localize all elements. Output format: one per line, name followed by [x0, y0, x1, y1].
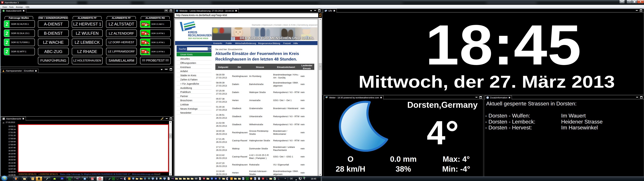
svg-text:C: C — [3, 10, 4, 12]
svg-text:X: X — [274, 178, 275, 180]
svg-text:A: A — [168, 178, 169, 180]
svg-text:B: B — [113, 178, 114, 180]
svg-text:I: I — [78, 178, 78, 180]
svg-text:I: I — [122, 178, 122, 180]
svg-text:B: B — [247, 178, 248, 180]
svg-text:M: M — [99, 178, 101, 180]
svg-text:A: A — [200, 178, 200, 180]
svg-text:W: W — [254, 178, 256, 180]
svg-text:W: W — [242, 178, 244, 180]
svg-text:I: I — [173, 178, 174, 180]
svg-text:B: B — [69, 178, 70, 180]
